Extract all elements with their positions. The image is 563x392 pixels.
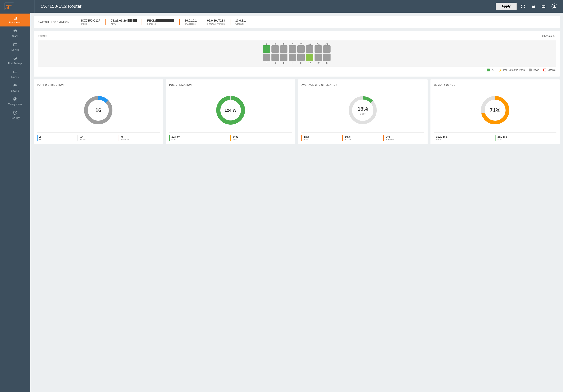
poe-center: 124 W <box>225 108 237 113</box>
switch-info-gateway-label: Gateway IP <box>235 23 247 25</box>
svg-rect-11 <box>13 71 17 72</box>
legend-1g-label: 1G <box>491 68 494 71</box>
legend-disable-label: Disable <box>547 68 556 71</box>
port-x2b[interactable] <box>323 53 331 61</box>
cpu-5sec-label: 5 sec <box>304 138 340 141</box>
svg-point-10 <box>14 58 16 59</box>
switch-info-ip: 10.0.10.1 IP Address <box>179 19 202 25</box>
port-distribution-donut-container: 16 <box>37 90 160 131</box>
avg-cpu-sublabel: 1 sec <box>358 112 368 115</box>
switch-info-firmware-value: 09.0.10cT213 <box>207 19 225 22</box>
port-dist-down: 14 Down <box>77 135 119 141</box>
switch-info-mac-value: 78:a6:e1:2e:██:██ <box>111 19 137 22</box>
management-icon <box>13 97 17 102</box>
legend-poe-label: PoE Detected Ports <box>503 68 525 71</box>
content-area: SWITCH INFORMATION ICX7150-C12P Model 78… <box>30 13 563 392</box>
sidebar-item-device[interactable]: Device <box>0 40 30 54</box>
security-icon <box>13 111 17 116</box>
legend-disable: Disable <box>543 68 556 71</box>
cpu-60sec-label: 60 sec <box>345 138 381 141</box>
port-4[interactable] <box>271 53 279 61</box>
port-8[interactable] <box>289 53 296 61</box>
port-x1b[interactable] <box>323 45 331 53</box>
ports-section: PORTS Chassis ↻ 1 3 5 7 9 11 X1 X1 <box>34 31 560 77</box>
port-distribution-title: PORT DISTRIBUTION <box>37 84 160 86</box>
sidebar-item-layer2[interactable]: Layer 2 <box>0 67 30 81</box>
stats-grid: PORT DISTRIBUTION 16 <box>34 79 560 144</box>
expand-icon-button[interactable] <box>519 3 527 9</box>
port-settings-icon <box>13 56 17 61</box>
svg-rect-8 <box>13 43 17 46</box>
legend-disable-dot <box>543 68 546 71</box>
port-distribution-center: 16 <box>95 107 101 114</box>
sidebar-item-port-settings[interactable]: Port Settings <box>0 54 30 67</box>
sidebar-item-dashboard[interactable]: ⊞ Dashboard <box>0 13 30 26</box>
port-9[interactable] <box>297 45 305 53</box>
sidebar-item-layer3[interactable]: Layer 3 <box>0 81 30 95</box>
switch-info-mac-label: MAC <box>111 23 137 25</box>
layer3-icon <box>13 84 17 88</box>
svg-rect-5 <box>8 6 9 9</box>
cpu-300sec-label: 300 sec <box>386 138 422 141</box>
memory-center: 71% <box>490 107 500 114</box>
port-num-12: 12 <box>306 62 313 64</box>
switch-info-firmware: 09.0.10cT213 Firmware Version <box>202 19 230 25</box>
svg-text:RUCKUS: RUCKUS <box>6 4 12 6</box>
avg-cpu-value: 13% <box>358 106 368 112</box>
memory-donut: 71% <box>479 94 512 127</box>
ports-grid: 1 3 5 7 9 11 X1 X1 <box>38 40 556 67</box>
mail-icon-button[interactable] <box>540 3 547 9</box>
port-11[interactable] <box>306 45 313 53</box>
ports-bottom-row <box>263 53 331 61</box>
ports-title: PORTS <box>38 35 47 38</box>
poe-utilization-title: PoE UTILIZATION <box>169 84 292 86</box>
layer2-icon <box>13 70 17 75</box>
port-x2a[interactable] <box>315 53 322 61</box>
legend-1g-dot <box>487 68 490 71</box>
port-2[interactable] <box>263 53 270 61</box>
port-x1a[interactable] <box>315 45 322 53</box>
legend-bar: 1G ⚡ PoE Detected Ports Down Disable <box>38 67 556 73</box>
chassis-label: Chassis ↻ <box>542 34 556 38</box>
refresh-icon[interactable]: ↻ <box>553 34 556 38</box>
port-num-10: 10 <box>297 62 305 64</box>
sidebar-item-management[interactable]: Management <box>0 95 30 108</box>
sidebar-item-security[interactable]: Security <box>0 108 30 122</box>
device-icon <box>13 43 17 47</box>
port-12[interactable] <box>306 53 313 61</box>
apply-button[interactable]: Apply <box>496 3 517 10</box>
port-num-6: 6 <box>280 62 287 64</box>
port-distribution-donut: 16 <box>82 94 115 127</box>
port-1[interactable] <box>263 45 270 53</box>
port-5[interactable] <box>280 45 287 53</box>
svg-point-7 <box>554 5 555 7</box>
svg-rect-12 <box>13 72 17 73</box>
logo-area: RUCKUS COMMSCOPE <box>4 0 35 13</box>
legend-1g: 1G <box>487 68 494 71</box>
switch-info-serial-value: FEX32█████████ <box>147 19 174 22</box>
sidebar-item-stack[interactable]: Stack <box>0 26 30 40</box>
switch-info-model-value: ICX7150-C12P <box>81 19 101 22</box>
cpu-300sec: 2% 300 sec <box>383 135 424 141</box>
memory-usage-card: MEMORY USAGE 71% <box>430 79 560 144</box>
expand-icon <box>521 4 525 9</box>
mail-icon <box>541 4 546 9</box>
save-icon-button[interactable] <box>529 3 537 9</box>
user-icon-button[interactable] <box>550 3 559 10</box>
switch-info-serial: FEX32█████████ Serial No <box>141 19 179 25</box>
poe-icon: ⚡ <box>498 68 502 72</box>
port-10[interactable] <box>297 53 305 61</box>
poe-value: 124 W <box>225 108 237 113</box>
sidebar-label-dashboard: Dashboard <box>9 21 21 24</box>
ruckus-logo-icon: RUCKUS COMMSCOPE <box>4 2 14 11</box>
mem-free: 289 MB Free <box>495 135 556 141</box>
avg-cpu-donut-container: 13% 1 sec <box>301 90 424 131</box>
sidebar-label-management: Management <box>8 103 22 106</box>
port-6[interactable] <box>280 53 287 61</box>
port-3[interactable] <box>271 45 279 53</box>
dashboard-icon: ⊞ <box>13 16 17 20</box>
top-header: RUCKUS COMMSCOPE ICX7150-C12 Router Appl… <box>0 0 563 13</box>
legend-down-label: Down <box>533 68 539 71</box>
poe-free-value: 124 W <box>172 135 228 138</box>
port-7[interactable] <box>289 45 296 53</box>
